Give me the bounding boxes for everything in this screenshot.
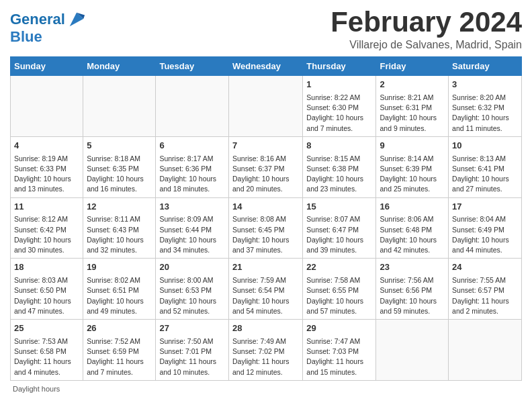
day-number: 10: [452, 140, 518, 152]
calendar-cell: 29Sunrise: 7:47 AMSunset: 7:03 PMDayligh…: [303, 320, 376, 381]
weekday-header-cell: Monday: [83, 57, 156, 76]
header: General Blue February 2024 Villarejo de …: [10, 7, 522, 51]
day-number: 7: [232, 140, 299, 152]
logo-blue-text: Blue: [10, 29, 86, 45]
day-number: 25: [14, 322, 79, 335]
calendar-week-row: 4Sunrise: 8:19 AMSunset: 6:33 PMDaylight…: [11, 136, 522, 197]
day-number: 5: [87, 140, 152, 152]
calendar-cell: 3Sunrise: 8:20 AMSunset: 6:32 PMDaylight…: [449, 76, 522, 137]
day-number: 8: [306, 140, 372, 152]
calendar-cell: 14Sunrise: 8:08 AMSunset: 6:45 PMDayligh…: [228, 197, 302, 259]
day-number: 9: [380, 140, 445, 152]
day-number: 24: [452, 261, 518, 274]
day-number: 13: [159, 201, 225, 214]
logo: General Blue: [10, 10, 86, 45]
logo-general: General: [10, 11, 65, 28]
calendar-cell: [449, 320, 522, 381]
calendar-cell: 4Sunrise: 8:19 AMSunset: 6:33 PMDaylight…: [11, 136, 83, 197]
day-number: 12: [87, 201, 152, 214]
logo-icon: [67, 10, 86, 29]
day-number: 21: [232, 261, 299, 274]
calendar-cell: [156, 76, 229, 137]
day-number: 29: [306, 322, 372, 335]
page-title: February 2024: [330, 7, 522, 38]
calendar-cell: 21Sunrise: 7:59 AMSunset: 6:54 PMDayligh…: [228, 259, 302, 320]
calendar-cell: 20Sunrise: 8:00 AMSunset: 6:53 PMDayligh…: [156, 259, 229, 320]
day-number: 3: [452, 79, 518, 91]
calendar-cell: [83, 76, 156, 137]
weekday-header-cell: Saturday: [449, 57, 522, 76]
calendar-header: SundayMondayTuesdayWednesdayThursdayFrid…: [11, 57, 522, 76]
calendar-week-row: 11Sunrise: 8:12 AMSunset: 6:42 PMDayligh…: [11, 197, 522, 259]
day-number: 28: [232, 322, 299, 335]
weekday-header-cell: Friday: [376, 57, 449, 76]
calendar-cell: 9Sunrise: 8:14 AMSunset: 6:39 PMDaylight…: [376, 136, 449, 197]
calendar-cell: 22Sunrise: 7:58 AMSunset: 6:55 PMDayligh…: [303, 259, 376, 320]
calendar-week-row: 1Sunrise: 8:22 AMSunset: 6:30 PMDaylight…: [11, 76, 522, 137]
day-number: 1: [306, 79, 372, 91]
day-number: 14: [232, 201, 299, 214]
footer: Daylight hours: [10, 385, 522, 393]
calendar-cell: 8Sunrise: 8:15 AMSunset: 6:38 PMDaylight…: [303, 136, 376, 197]
day-number: 18: [14, 261, 79, 274]
day-number: 16: [380, 201, 445, 214]
calendar-cell: 24Sunrise: 7:55 AMSunset: 6:57 PMDayligh…: [449, 259, 522, 320]
day-number: 23: [380, 261, 445, 274]
title-section: February 2024 Villarejo de Salvanes, Mad…: [330, 7, 522, 51]
day-number: 17: [452, 201, 518, 214]
calendar-cell: 16Sunrise: 8:06 AMSunset: 6:48 PMDayligh…: [376, 197, 449, 259]
calendar-cell: 6Sunrise: 8:17 AMSunset: 6:36 PMDaylight…: [156, 136, 229, 197]
calendar-cell: 23Sunrise: 7:56 AMSunset: 6:56 PMDayligh…: [376, 259, 449, 320]
day-number: 26: [87, 322, 152, 335]
weekday-header-cell: Wednesday: [228, 57, 302, 76]
calendar-cell: [11, 76, 83, 137]
calendar-week-row: 25Sunrise: 7:53 AMSunset: 6:58 PMDayligh…: [11, 320, 522, 381]
calendar-cell: 19Sunrise: 8:02 AMSunset: 6:51 PMDayligh…: [83, 259, 156, 320]
day-number: 2: [380, 79, 445, 91]
calendar-cell: 2Sunrise: 8:21 AMSunset: 6:31 PMDaylight…: [376, 76, 449, 137]
calendar-cell: 10Sunrise: 8:13 AMSunset: 6:41 PMDayligh…: [449, 136, 522, 197]
calendar-cell: 28Sunrise: 7:49 AMSunset: 7:02 PMDayligh…: [228, 320, 302, 381]
day-number: 15: [306, 201, 372, 214]
day-number: 6: [159, 140, 225, 152]
day-number: 11: [14, 201, 79, 214]
page-subtitle: Villarejo de Salvanes, Madrid, Spain: [330, 39, 522, 51]
calendar-body: 1Sunrise: 8:22 AMSunset: 6:30 PMDaylight…: [11, 76, 522, 381]
weekday-header-cell: Sunday: [11, 57, 83, 76]
calendar-cell: 27Sunrise: 7:50 AMSunset: 7:01 PMDayligh…: [156, 320, 229, 381]
calendar-cell: 26Sunrise: 7:52 AMSunset: 6:59 PMDayligh…: [83, 320, 156, 381]
calendar-cell: 5Sunrise: 8:18 AMSunset: 6:35 PMDaylight…: [83, 136, 156, 197]
calendar-week-row: 18Sunrise: 8:03 AMSunset: 6:50 PMDayligh…: [11, 259, 522, 320]
calendar-cell: 17Sunrise: 8:04 AMSunset: 6:49 PMDayligh…: [449, 197, 522, 259]
calendar-cell: 25Sunrise: 7:53 AMSunset: 6:58 PMDayligh…: [11, 320, 83, 381]
calendar-table: SundayMondayTuesdayWednesdayThursdayFrid…: [10, 56, 522, 381]
day-number: 27: [159, 322, 225, 335]
calendar-cell: 11Sunrise: 8:12 AMSunset: 6:42 PMDayligh…: [11, 197, 83, 259]
calendar-cell: 18Sunrise: 8:03 AMSunset: 6:50 PMDayligh…: [11, 259, 83, 320]
weekday-header-cell: Thursday: [303, 57, 376, 76]
day-number: 22: [306, 261, 372, 274]
calendar-cell: 15Sunrise: 8:07 AMSunset: 6:47 PMDayligh…: [303, 197, 376, 259]
weekday-header-row: SundayMondayTuesdayWednesdayThursdayFrid…: [11, 57, 522, 76]
day-number: 20: [159, 261, 225, 274]
calendar-cell: [376, 320, 449, 381]
daylight-label: Daylight hours: [13, 385, 60, 393]
day-number: 4: [14, 140, 79, 152]
day-number: 19: [87, 261, 152, 274]
calendar-cell: [228, 76, 302, 137]
calendar-cell: 12Sunrise: 8:11 AMSunset: 6:43 PMDayligh…: [83, 197, 156, 259]
calendar-cell: 1Sunrise: 8:22 AMSunset: 6:30 PMDaylight…: [303, 76, 376, 137]
weekday-header-cell: Tuesday: [156, 57, 229, 76]
logo-text: General: [10, 11, 65, 28]
calendar-cell: 13Sunrise: 8:09 AMSunset: 6:44 PMDayligh…: [156, 197, 229, 259]
calendar-cell: 7Sunrise: 8:16 AMSunset: 6:37 PMDaylight…: [228, 136, 302, 197]
